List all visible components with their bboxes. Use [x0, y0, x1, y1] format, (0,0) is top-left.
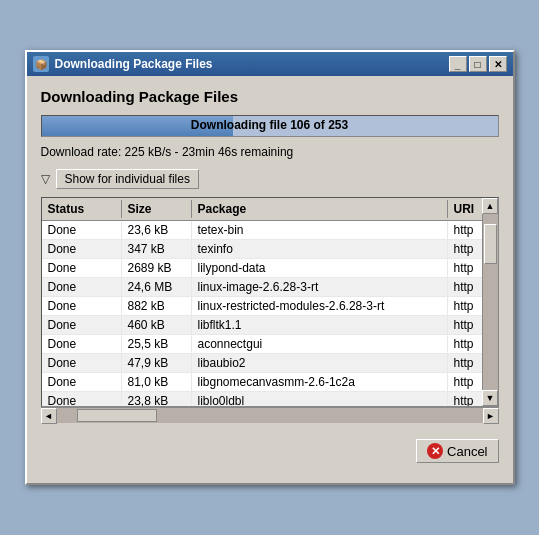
cell-size: 347 kB: [122, 240, 192, 258]
cell-package: linux-restricted-modules-2.6.28-3-rt: [192, 297, 448, 315]
cell-size: 882 kB: [122, 297, 192, 315]
cell-status: Done: [42, 392, 122, 406]
table-row: Done23,6 kBtetex-binhttp: [42, 221, 498, 240]
download-rate: Download rate: 225 kB/s - 23min 46s rema…: [41, 145, 499, 159]
window-title: Downloading Package Files: [41, 88, 499, 105]
triangle-icon: ▽: [41, 172, 50, 186]
table-row: Done882 kBlinux-restricted-modules-2.6.2…: [42, 297, 498, 316]
cell-size: 47,9 kB: [122, 354, 192, 372]
file-table: Status Size Package URI Done23,6 kBtetex…: [41, 197, 499, 407]
col-package: Package: [192, 200, 448, 218]
table-row: Done347 kBtexinfohttp: [42, 240, 498, 259]
table-row: Done23,8 kBliblo0ldblhttp: [42, 392, 498, 406]
vertical-scrollbar[interactable]: ▲ ▼: [482, 198, 498, 406]
cell-status: Done: [42, 354, 122, 372]
table-body[interactable]: Done23,6 kBtetex-binhttpDone347 kBtexinf…: [42, 221, 498, 406]
cell-size: 25,5 kB: [122, 335, 192, 353]
cell-status: Done: [42, 240, 122, 258]
scroll-left-button[interactable]: ◄: [41, 408, 57, 424]
table-row: Done24,6 MBlinux-image-2.6.28-3-rthttp: [42, 278, 498, 297]
progress-text: Downloading file 106 of 253: [42, 118, 498, 132]
cell-package: liblo0ldbl: [192, 392, 448, 406]
show-individual-row: ▽ Show for individual files: [41, 169, 499, 189]
titlebar: 📦 Downloading Package Files _ □ ✕: [27, 52, 513, 76]
window-body: Downloading Package Files Downloading fi…: [27, 76, 513, 483]
cell-status: Done: [42, 373, 122, 391]
table-row: Done460 kBlibfltk1.1http: [42, 316, 498, 335]
cell-package: lilypond-data: [192, 259, 448, 277]
scroll-up-button[interactable]: ▲: [482, 198, 498, 214]
table-header: Status Size Package URI: [42, 198, 498, 221]
maximize-button[interactable]: □: [469, 56, 487, 72]
minimize-button[interactable]: _: [449, 56, 467, 72]
cell-size: 460 kB: [122, 316, 192, 334]
titlebar-title: Downloading Package Files: [55, 57, 213, 71]
cell-package: libfltk1.1: [192, 316, 448, 334]
scroll-down-button[interactable]: ▼: [482, 390, 498, 406]
horizontal-scrollbar[interactable]: ◄ ►: [41, 407, 499, 423]
progress-bar: Downloading file 106 of 253: [41, 115, 499, 137]
close-button[interactable]: ✕: [489, 56, 507, 72]
cell-status: Done: [42, 335, 122, 353]
cancel-icon: ✕: [427, 443, 443, 459]
cell-package: libaubio2: [192, 354, 448, 372]
h-scroll-thumb[interactable]: [77, 409, 157, 422]
col-size: Size: [122, 200, 192, 218]
table-row: Done25,5 kBaconnectguihttp: [42, 335, 498, 354]
cell-size: 24,6 MB: [122, 278, 192, 296]
cell-size: 23,6 kB: [122, 221, 192, 239]
titlebar-left: 📦 Downloading Package Files: [33, 56, 213, 72]
table-row: Done2689 kBlilypond-datahttp: [42, 259, 498, 278]
cell-package: aconnectgui: [192, 335, 448, 353]
table-row: Done47,9 kBlibaubio2http: [42, 354, 498, 373]
show-individual-button[interactable]: Show for individual files: [56, 169, 199, 189]
scroll-track[interactable]: [483, 214, 498, 390]
cell-package: tetex-bin: [192, 221, 448, 239]
cell-size: 23,8 kB: [122, 392, 192, 406]
cell-status: Done: [42, 278, 122, 296]
cell-status: Done: [42, 259, 122, 277]
cell-status: Done: [42, 221, 122, 239]
cell-size: 81,0 kB: [122, 373, 192, 391]
h-scroll-track[interactable]: [57, 408, 483, 423]
cancel-label: Cancel: [447, 444, 487, 459]
cell-package: libgnomecanvasmm-2.6-1c2a: [192, 373, 448, 391]
app-icon: 📦: [33, 56, 49, 72]
cell-status: Done: [42, 316, 122, 334]
bottom-bar: ✕ Cancel: [41, 435, 499, 471]
scroll-thumb[interactable]: [484, 224, 497, 264]
cell-package: linux-image-2.6.28-3-rt: [192, 278, 448, 296]
col-status: Status: [42, 200, 122, 218]
cell-package: texinfo: [192, 240, 448, 258]
cell-size: 2689 kB: [122, 259, 192, 277]
table-row: Done81,0 kBlibgnomecanvasmm-2.6-1c2ahttp: [42, 373, 498, 392]
titlebar-buttons: _ □ ✕: [449, 56, 507, 72]
scroll-right-button[interactable]: ►: [483, 408, 499, 424]
cell-status: Done: [42, 297, 122, 315]
cancel-button[interactable]: ✕ Cancel: [416, 439, 498, 463]
main-window: 📦 Downloading Package Files _ □ ✕ Downlo…: [25, 50, 515, 485]
